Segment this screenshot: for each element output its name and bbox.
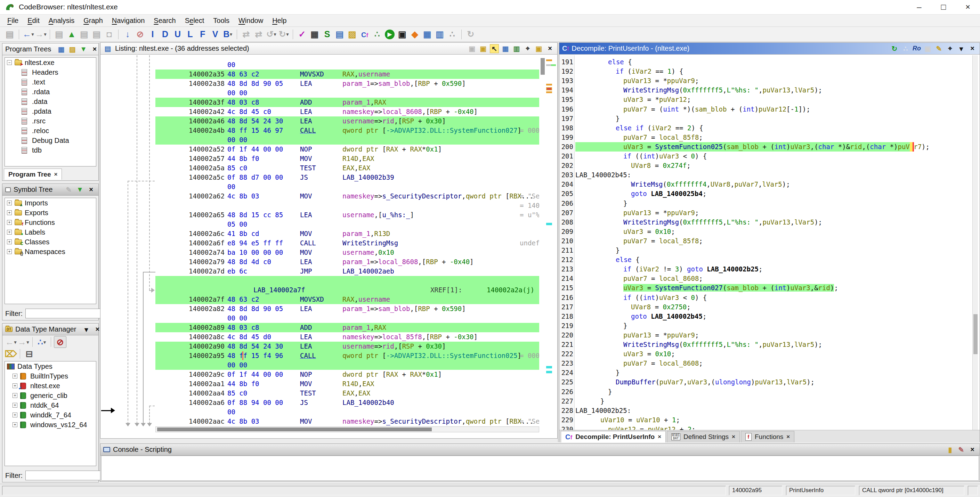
menu-file[interactable]: File bbox=[3, 15, 23, 26]
decompile-line[interactable]: 207puVar13 = *ppuVar9; bbox=[559, 208, 971, 218]
back-button[interactable]: ←▾ bbox=[5, 336, 17, 348]
tab-decompile--printuserinfo[interactable]: CfDecompile: PrintUserInfo× bbox=[561, 431, 666, 443]
data-v-button[interactable]: V bbox=[209, 29, 221, 40]
decompile-line[interactable]: 194WriteStringMsg(0xfffffff5,L"%hs: ",pu… bbox=[559, 86, 971, 95]
close-icon[interactable]: × bbox=[968, 44, 977, 53]
menu-window[interactable]: Window bbox=[234, 15, 268, 26]
expander-icon[interactable]: + bbox=[13, 403, 18, 408]
script-manager-button[interactable]: S bbox=[321, 29, 333, 40]
edit-icon[interactable]: ✎ bbox=[934, 44, 943, 53]
listing-row[interactable]: 140002a7deb 6cJMPLAB_140002aeb bbox=[155, 267, 539, 276]
program-snapshot-button[interactable]: ◘ bbox=[103, 29, 115, 40]
menu-graph[interactable]: Graph bbox=[79, 15, 107, 26]
back-button[interactable]: ←▾ bbox=[22, 29, 34, 40]
data-b-button[interactable]: B▾ bbox=[221, 29, 234, 40]
tree-item-ntddk-64[interactable]: +ntddk_64 bbox=[5, 400, 96, 410]
decompile-line[interactable]: 218goto LAB_140002b45; bbox=[559, 312, 971, 321]
close-icon[interactable]: × bbox=[546, 44, 555, 53]
listing-row[interactable]: 00 bbox=[155, 182, 539, 192]
close-icon[interactable]: × bbox=[968, 445, 977, 454]
decompile-line[interactable]: 204WriteMsg(0xfffffff4,UVar8,puVar7,lVar… bbox=[559, 180, 971, 189]
tree-item-winddk-7-64[interactable]: +winddk_7_64 bbox=[5, 410, 96, 420]
listing-row[interactable] bbox=[155, 276, 539, 285]
close-button[interactable]: × bbox=[956, 0, 980, 14]
decompiler-button[interactable]: Cf bbox=[358, 29, 371, 40]
go-to-button[interactable]: ↓ bbox=[121, 29, 134, 40]
tree-item-headers[interactable]: Headers bbox=[5, 67, 96, 77]
minimize-button[interactable]: – bbox=[907, 0, 931, 14]
tree-item-nltest-exe[interactable]: +✔nltest.exe bbox=[5, 381, 96, 391]
sidebar-item-imports[interactable]: +▲Imports bbox=[5, 198, 96, 208]
listing-row[interactable]: 140002a3848 8d 8d 90 05LEAparam_1=>sam_b… bbox=[155, 79, 539, 88]
close-icon[interactable]: × bbox=[87, 185, 95, 194]
tab-close-icon[interactable]: × bbox=[786, 433, 790, 440]
decompile-line[interactable]: 211} bbox=[559, 246, 971, 255]
tree-item-windows-vs12-64[interactable]: +windows_vs12_64 bbox=[5, 420, 96, 430]
tree-item--data[interactable]: .data bbox=[5, 97, 96, 106]
decompile-line[interactable]: 210puVar7 = local_85f8; bbox=[559, 237, 971, 246]
navigation-marker[interactable] bbox=[546, 223, 552, 225]
listing-row[interactable]: 140002a3f48 03 c8ADDparam_1,RAX bbox=[155, 98, 539, 107]
listing-row[interactable]: 140002a520f 1f 44 00 00NOPdword ptr [RAX… bbox=[155, 144, 539, 154]
symbol-filter-input[interactable] bbox=[25, 309, 111, 318]
maximize-button[interactable]: □ bbox=[931, 0, 956, 14]
listing-row[interactable]: 140002a6548 8d 15 cc 85LEAusername,[u_%h… bbox=[155, 210, 539, 220]
listing-row[interactable]: 00 00 bbox=[155, 88, 539, 98]
decompile-line[interactable]: 208WriteStringMsg(0xfffffff5,L"%hs: ",pu… bbox=[559, 218, 971, 227]
expander-icon[interactable]: + bbox=[7, 210, 12, 215]
decompile-line[interactable]: 201if ((int)uVar3 < 0) { bbox=[559, 151, 971, 161]
memory-map-button[interactable]: ▦ bbox=[309, 29, 321, 40]
decompile-line[interactable]: 222uVar3 = 0x10; bbox=[559, 349, 971, 359]
listing-row[interactable]: 140002a5a85 c0TESTEAX,EAX bbox=[155, 164, 539, 173]
paste-icon[interactable]: ▣ bbox=[479, 44, 488, 53]
listing-row[interactable]: 140002a7948 8d 4d c0LEAparam_1=>local_86… bbox=[155, 257, 539, 267]
re-decompile-icon[interactable]: ↻ bbox=[890, 44, 899, 53]
data-f-button[interactable]: F bbox=[196, 29, 209, 40]
listing-row[interactable]: 140002a3548 63 c2MOVSXDRAX,username bbox=[155, 70, 539, 79]
listing-row[interactable]: 00 bbox=[155, 60, 539, 70]
program-save-button[interactable]: ▤ bbox=[91, 29, 103, 40]
tree-item--rsrc[interactable]: .rsrc bbox=[5, 116, 96, 126]
close-icon[interactable]: × bbox=[90, 45, 99, 54]
dropdown-arrow-icon[interactable]: ▾ bbox=[44, 32, 46, 37]
listing-row[interactable]: 140002a9048 8d 54 24 30LEAusername=>rid,… bbox=[155, 341, 539, 351]
clear-icon[interactable]: ✎ bbox=[957, 445, 966, 454]
listing-row[interactable]: 140002a6fe8 94 e5 ff ffCALLWriteStringMs… bbox=[155, 238, 539, 248]
listing-row[interactable]: 140002aac4c 8b 03MOVnameskey=>s_Security… bbox=[155, 417, 539, 426]
save-button[interactable]: ▤ bbox=[3, 29, 16, 40]
tree-item-builtintypes[interactable]: +BuiltInTypes bbox=[5, 371, 96, 381]
tree-item-data-types[interactable]: Data Types bbox=[5, 362, 96, 371]
navigation-marker[interactable] bbox=[546, 366, 552, 368]
decompile-line[interactable]: 193puVar13 = *ppuVar9; bbox=[559, 76, 971, 86]
binoculars-icon[interactable]: ⌖ bbox=[523, 44, 532, 53]
snapshot-icon[interactable]: ▣ bbox=[535, 44, 543, 53]
data-u-button[interactable]: U bbox=[172, 29, 184, 40]
decompile-line[interactable]: 200uVar3 = SystemFunction025(sam_blob + … bbox=[559, 142, 971, 151]
expander-icon[interactable]: + bbox=[13, 374, 18, 378]
navigation-marker[interactable] bbox=[546, 84, 552, 86]
tree-item-generic-clib[interactable]: +generic_clib bbox=[5, 391, 96, 400]
decompile-line[interactable]: 225DumpBuffer(puVar7,uVar3,(ulonglong)pu… bbox=[559, 378, 971, 387]
decompile-body[interactable]: 191else {192if (iVar2 == 1) {193puVar13 … bbox=[559, 55, 980, 430]
import-icon[interactable]: ▼ bbox=[75, 185, 84, 194]
tree-item-root[interactable]: −➤nltest.exe bbox=[5, 58, 96, 67]
program-patch-button[interactable]: ▤ bbox=[53, 29, 65, 40]
decompile-line[interactable]: 192if (iVar2 == 1) { bbox=[559, 67, 971, 76]
listing-label-row[interactable]: LAB_140002a7fXREF[1]:140002a2a(j) bbox=[155, 285, 539, 295]
navigation-marker[interactable] bbox=[546, 87, 552, 91]
decompile-line[interactable]: 224} bbox=[559, 368, 971, 378]
swap-out-button[interactable]: ⇄ bbox=[252, 29, 265, 40]
listing-row[interactable]: 140002a9548 ff 15 f4 96CALLqword ptr [->… bbox=[155, 351, 539, 360]
decompile-line[interactable]: 219} bbox=[559, 321, 971, 330]
decompile-line[interactable]: 221WriteStringMsg(0xfffffff5,L"%hs: ",pu… bbox=[559, 340, 971, 349]
collapse-all-button[interactable]: ⊟ bbox=[23, 348, 35, 360]
expander-icon[interactable]: + bbox=[7, 200, 12, 205]
listing-row[interactable]: 00 00 bbox=[155, 360, 539, 370]
import-icon[interactable]: ▼ bbox=[79, 45, 88, 54]
menu-select[interactable]: Select bbox=[180, 15, 209, 26]
tree-item--rdata[interactable]: .rdata bbox=[5, 87, 96, 97]
byte-viewer-button[interactable]: ▦ bbox=[421, 29, 434, 40]
decompile-line[interactable]: 191else { bbox=[559, 57, 971, 67]
decompile-line[interactable]: 196puVar7 = (uint *)(sam_blob + (int)puV… bbox=[559, 105, 971, 114]
menu-help[interactable]: Help bbox=[268, 15, 291, 26]
